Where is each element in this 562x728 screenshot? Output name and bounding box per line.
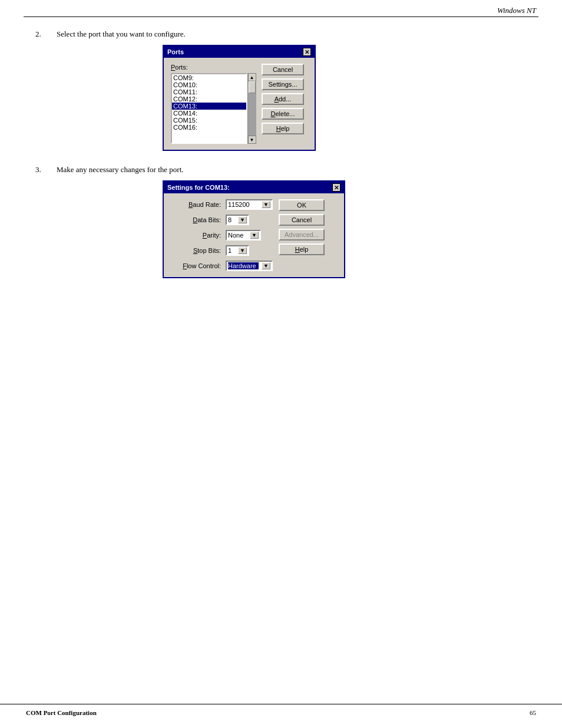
ports-scrollbar: ▲ ▼	[247, 73, 256, 144]
data-bits-row: Data Bits: 8 ▼	[171, 215, 273, 225]
list-item[interactable]: COM14:	[172, 110, 246, 117]
stop-bits-value: 1	[228, 247, 234, 254]
list-item[interactable]: COM9:	[172, 74, 246, 81]
settings-dialog: Settings for COM13: ✕ Baud Rate:	[163, 180, 345, 278]
ports-dialog-wrapper: Ports ✕ Ports:	[163, 45, 316, 151]
stop-bits-select[interactable]: 1 ▼	[226, 245, 249, 256]
data-bits-value: 8	[228, 216, 234, 223]
content-area: 2. Select the port that you want to conf…	[35, 29, 527, 292]
ports-help-button[interactable]: Help	[262, 123, 304, 134]
list-item[interactable]: COM12:	[172, 95, 246, 103]
settings-buttons: OK Cancel Advanced... Help	[279, 199, 325, 271]
settings-help-button[interactable]: Help	[279, 243, 325, 255]
scrollbar-thumb[interactable]	[249, 81, 256, 93]
settings-advanced-button: Advanced...	[279, 229, 325, 241]
footer-rule	[0, 704, 562, 704]
ports-delete-button[interactable]: Delete...	[262, 108, 304, 120]
ports-buttons: Cancel Settings... Add... Delete... Help	[262, 64, 304, 144]
step-3-number: 3.	[35, 165, 53, 278]
ports-dialog: Ports ✕ Ports:	[163, 45, 316, 151]
scrollbar-up-button[interactable]: ▲	[248, 73, 256, 81]
stop-bits-arrow: ▼	[238, 247, 247, 254]
flow-control-select[interactable]: Hardware ▼	[226, 261, 273, 271]
stop-bits-label: Stop Bits:	[171, 247, 221, 254]
settings-form: Baud Rate: 115200 ▼ Data Bits:	[171, 199, 273, 271]
ports-listbox[interactable]: COM9: COM10: COM11: COM12: COM13: COM14:…	[171, 73, 247, 144]
baud-rate-row: Baud Rate: 115200 ▼	[171, 199, 273, 210]
scrollbar-down-button[interactable]: ▼	[248, 136, 256, 144]
step-2-text: Select the port that you want to configu…	[57, 29, 316, 39]
parity-row: Parity: None ▼	[171, 230, 273, 241]
settings-cancel-button[interactable]: Cancel	[279, 214, 325, 226]
parity-label: Parity:	[171, 232, 221, 239]
data-bits-select[interactable]: 8 ▼	[226, 215, 249, 225]
ports-left: Ports: COM9: COM10: COM11: COM12: COM13:	[171, 64, 256, 144]
settings-close-button[interactable]: ✕	[332, 183, 340, 192]
data-bits-arrow: ▼	[238, 216, 247, 223]
baud-rate-label: Baud Rate:	[171, 201, 221, 208]
ports-listbox-container: COM9: COM10: COM11: COM12: COM13: COM14:…	[171, 73, 256, 144]
flow-control-label: Flow Control:	[171, 262, 221, 269]
ports-body: Ports: COM9: COM10: COM11: COM12: COM13:	[164, 58, 315, 150]
stop-bits-row: Stop Bits: 1 ▼	[171, 245, 273, 256]
ports-title: Ports	[167, 48, 184, 55]
step-3-text: Make any necessary changes for the port.	[57, 165, 345, 174]
settings-titlebar: Settings for COM13: ✕	[164, 182, 344, 193]
page: Windows NT 2. Select the port that you w…	[0, 0, 562, 728]
step-2: 2. Select the port that you want to conf…	[35, 29, 527, 151]
step-2-number: 2.	[35, 29, 53, 151]
footer-right: 65	[530, 709, 536, 716]
flow-control-row: Flow Control: Hardware ▼	[171, 261, 273, 271]
parity-select[interactable]: None ▼	[226, 230, 261, 241]
list-item-selected[interactable]: COM13:	[172, 103, 246, 110]
settings-title: Settings for COM13:	[167, 184, 230, 191]
ports-close-button[interactable]: ✕	[303, 48, 311, 56]
parity-arrow: ▼	[250, 232, 259, 239]
ports-add-button[interactable]: Add...	[262, 93, 304, 105]
ports-titlebar: Ports ✕	[164, 46, 315, 58]
header-text: Windows NT	[497, 6, 536, 15]
header-rule	[24, 17, 538, 17]
ports-cancel-button[interactable]: Cancel	[262, 64, 304, 75]
list-item[interactable]: COM16:	[172, 124, 246, 131]
ports-list-label: Ports:	[171, 64, 256, 71]
list-item[interactable]: COM11:	[172, 88, 246, 95]
baud-rate-arrow: ▼	[262, 201, 270, 208]
baud-rate-select[interactable]: 115200 ▼	[226, 199, 273, 210]
list-item[interactable]: COM10:	[172, 81, 246, 88]
list-item[interactable]: COM15:	[172, 117, 246, 124]
step-3: 3. Make any necessary changes for the po…	[35, 165, 527, 278]
settings-ok-button[interactable]: OK	[279, 199, 325, 211]
footer-left: COM Port Configuration	[26, 709, 97, 716]
baud-rate-value: 115200	[228, 201, 252, 208]
flow-control-arrow: ▼	[262, 262, 270, 269]
ports-settings-button[interactable]: Settings...	[262, 78, 304, 90]
data-bits-label: Data Bits:	[171, 216, 221, 223]
settings-dialog-wrapper: Settings for COM13: ✕ Baud Rate:	[163, 180, 345, 278]
scrollbar-track	[248, 81, 256, 136]
flow-control-value: Hardware	[228, 262, 259, 269]
parity-value: None	[228, 232, 246, 239]
settings-body: Baud Rate: 115200 ▼ Data Bits:	[164, 193, 344, 277]
